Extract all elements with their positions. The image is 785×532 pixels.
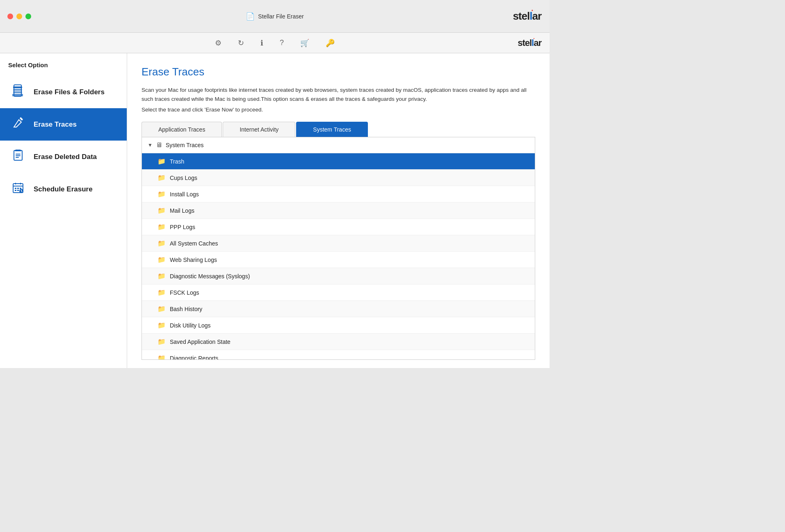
svg-rect-15	[15, 188, 16, 189]
tree-item-web-sharing-logs[interactable]: 📁 Web Sharing Logs	[142, 252, 535, 268]
svg-rect-16	[17, 188, 19, 189]
tree-item-label: Install Logs	[170, 191, 199, 198]
svg-rect-3	[13, 92, 22, 93]
svg-rect-0	[13, 86, 22, 88]
erase-traces-icon	[10, 116, 26, 133]
tab-application-traces[interactable]: Application Traces	[141, 122, 222, 137]
sidebar-item-erase-files[interactable]: Erase Files & Folders	[0, 76, 127, 108]
folder-icon: 📁	[157, 174, 166, 182]
svg-rect-18	[15, 190, 16, 191]
tree-item-label: Mail Logs	[170, 207, 194, 214]
window-controls	[7, 14, 31, 19]
folder-icon: 📁	[157, 157, 166, 165]
erase-deleted-icon	[10, 148, 26, 166]
chevron-icon: ▼	[148, 142, 153, 148]
tab-system-traces[interactable]: System Traces	[296, 122, 368, 137]
cart-icon[interactable]: 🛒	[296, 36, 313, 50]
svg-rect-10	[16, 157, 19, 158]
monitor-icon: 🖥	[156, 141, 162, 149]
svg-rect-1	[13, 89, 22, 90]
sidebar-item-erase-traces[interactable]: Erase Traces	[0, 108, 127, 141]
tree-item-saved-application-state[interactable]: 📁 Saved Application State	[142, 334, 535, 350]
sidebar-item-erase-deleted[interactable]: Erase Deleted Data	[0, 141, 127, 173]
tree-item-bash-history[interactable]: 📁 Bash History	[142, 301, 535, 317]
info-icon[interactable]: ℹ	[256, 36, 267, 50]
content-area: Erase Traces Scan your Mac for usage foo…	[127, 53, 550, 368]
tree-item-diagnostic-reports[interactable]: 📁 Diagnostic Reports	[142, 350, 535, 360]
sidebar-item-schedule[interactable]: Schedule Erasure	[0, 173, 127, 205]
app-icon: 📄	[246, 12, 255, 21]
svg-rect-8	[16, 154, 21, 155]
svg-rect-6	[20, 117, 23, 120]
tree-item-disk-utility-logs[interactable]: 📁 Disk Utility Logs	[142, 317, 535, 334]
tree-item-trash[interactable]: 📁 Trash	[142, 153, 535, 170]
tree-item-label: All System Caches	[170, 240, 218, 247]
key-icon[interactable]: 🔑	[322, 36, 339, 50]
tree-item-diagnostic-messages[interactable]: 📁 Diagnostic Messages (Syslogs)	[142, 268, 535, 284]
tree-item-label: Cups Logs	[170, 175, 197, 181]
app-title: 📄 Stellar File Eraser	[246, 12, 304, 21]
tabs-container: Application Traces Internet Activity Sys…	[141, 122, 535, 137]
folder-icon: 📁	[157, 239, 166, 247]
page-description: Scan your Mac for usage footprints like …	[141, 86, 535, 103]
minimize-button[interactable]	[16, 14, 22, 19]
close-button[interactable]	[7, 14, 13, 19]
tree-item-mail-logs[interactable]: 📁 Mail Logs	[142, 202, 535, 219]
page-instruction: Select the trace and click 'Erase Now' t…	[141, 107, 535, 113]
tree-item-label: Web Sharing Logs	[170, 257, 217, 263]
sidebar-label-erase-files: Erase Files & Folders	[34, 88, 105, 96]
tree-root-system-traces[interactable]: ▼ 🖥 System Traces	[142, 137, 535, 153]
stellar-logo: stell•ar	[513, 10, 541, 23]
folder-icon: 📁	[157, 289, 166, 296]
folder-icon: 📁	[157, 305, 166, 313]
tree-item-ppp-logs[interactable]: 📁 PPP Logs	[142, 219, 535, 235]
titlebar: 📄 Stellar File Eraser stell•ar	[0, 0, 550, 33]
tree-item-cups-logs[interactable]: 📁 Cups Logs	[142, 170, 535, 186]
sidebar: Select Option Erase Files & Folders	[0, 53, 127, 368]
tree-item-label: Saved Application State	[170, 339, 230, 345]
tree-item-label: FSCK Logs	[170, 289, 199, 296]
maximize-button[interactable]	[25, 14, 31, 19]
page-title: Erase Traces	[141, 66, 535, 78]
tree-item-all-system-caches[interactable]: 📁 All System Caches	[142, 235, 535, 252]
folder-icon: 📁	[157, 321, 166, 329]
tree-item-label: Trash	[170, 158, 184, 165]
tab-internet-activity[interactable]: Internet Activity	[223, 122, 295, 137]
stellar-logo-toolbar: stell•ar	[518, 38, 541, 48]
sidebar-title: Select Option	[0, 61, 127, 76]
folder-icon: 📁	[157, 338, 166, 346]
sidebar-label-erase-deleted: Erase Deleted Data	[34, 153, 97, 161]
tree-item-label: Diagnostic Messages (Syslogs)	[170, 273, 250, 280]
toolbar: ⚙ ↻ ℹ ? 🛒 🔑 stell•ar	[0, 33, 550, 53]
main-layout: Select Option Erase Files & Folders	[0, 53, 550, 368]
settings-icon[interactable]: ⚙	[211, 36, 226, 50]
tree-item-label: Diagnostic Reports	[170, 355, 218, 360]
schedule-icon	[10, 180, 26, 198]
sidebar-label-schedule: Schedule Erasure	[34, 185, 93, 193]
help-icon[interactable]: ?	[276, 36, 288, 50]
folder-icon: 📁	[157, 354, 166, 360]
svg-rect-9	[16, 155, 21, 156]
folder-icon: 📁	[157, 223, 166, 231]
sidebar-label-erase-traces: Erase Traces	[34, 120, 77, 129]
erase-files-icon	[10, 83, 26, 101]
folder-icon: 📁	[157, 207, 166, 214]
folder-icon: 📁	[157, 190, 166, 198]
svg-rect-2	[13, 91, 22, 91]
svg-rect-17	[20, 188, 21, 189]
tree-item-fsck-logs[interactable]: 📁 FSCK Logs	[142, 284, 535, 301]
refresh-icon[interactable]: ↻	[234, 36, 248, 50]
folder-icon: 📁	[157, 256, 166, 264]
tree-container: ▼ 🖥 System Traces 📁 Trash 📁 Cups Logs 📁 …	[141, 137, 535, 360]
folder-icon: 📁	[157, 272, 166, 280]
tree-item-label: PPP Logs	[170, 224, 195, 230]
svg-rect-5	[12, 94, 23, 96]
tree-root-label: System Traces	[166, 142, 204, 148]
tree-item-label: Disk Utility Logs	[170, 322, 211, 329]
tree-item-install-logs[interactable]: 📁 Install Logs	[142, 186, 535, 202]
tree-item-label: Bash History	[170, 306, 202, 312]
svg-rect-19	[17, 190, 19, 191]
